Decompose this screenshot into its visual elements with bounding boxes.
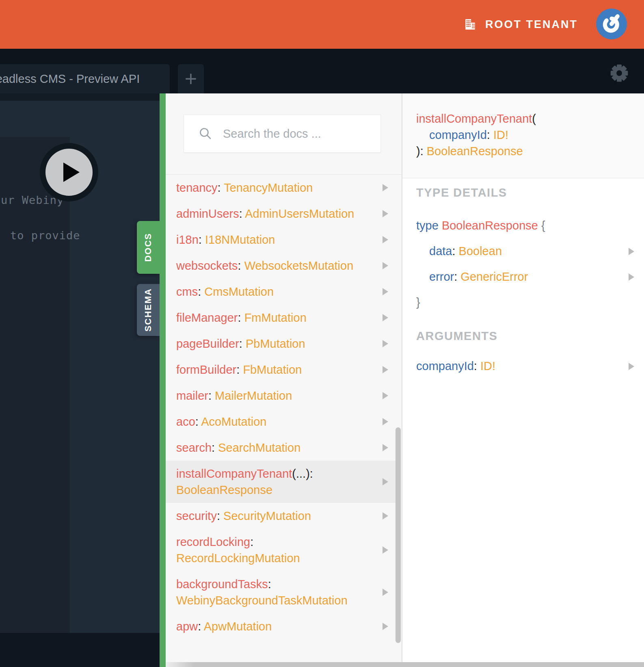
chevron-right-icon [383,444,388,451]
power-icon [596,9,627,41]
docs-field-row[interactable]: recordLocking: RecordLockingMutation [166,529,402,571]
variables-pane-strip [0,633,160,667]
code-line: to provide [10,229,80,242]
docs-field-row[interactable]: tenancy: TenancyMutation [166,175,402,201]
docs-field-row[interactable]: backgroundTasks: WebinyBackgroundTaskMut… [166,571,402,613]
chevron-right-icon [383,418,388,425]
docs-search-box[interactable] [184,115,381,153]
execute-play-button[interactable] [40,143,98,201]
docs-field-row[interactable]: pageBuilder: PbMutation [166,331,402,357]
docs-field-list: tenancy: TenancyMutationadminUsers: Admi… [166,175,402,639]
docs-field-row[interactable]: search: SearchMutation [166,435,402,461]
top-header: ROOT TENANT [0,0,644,49]
chevron-right-icon [383,589,388,596]
chevron-right-icon [383,340,388,347]
type-field-row[interactable]: data: Boolean [402,238,644,264]
webiny-logo-button[interactable] [596,9,627,39]
docs-field-row[interactable]: apw: ApwMutation [166,613,402,639]
docs-field-row[interactable]: mailer: MailerMutation [166,383,402,409]
chevron-right-icon [383,478,388,485]
editor-toolbar-strip [0,93,160,101]
argument-row[interactable]: companyId: ID! [402,353,644,379]
docs-field-row[interactable]: installCompanyTenant(...): BooleanRespon… [166,461,402,503]
settings-gear-icon[interactable] [609,63,629,83]
docs-field-row[interactable]: cms: CmsMutation [166,279,402,305]
main-content: ur Webiny to provide DOCS SCHEMA [0,93,644,667]
tab-active[interactable]: Headless CMS - Preview API [0,64,170,93]
chevron-right-icon [383,366,388,373]
docs-search-section [166,93,402,175]
docs-explorer-panel: tenancy: TenancyMutationadminUsers: Admi… [166,93,402,667]
docs-tab-label: DOCS [143,233,153,262]
schema-tab-label: SCHEMA [143,288,153,331]
schema-tab[interactable]: SCHEMA [137,284,160,336]
docs-field-row[interactable]: websockets: WebsocketsMutation [166,253,402,279]
chevron-right-icon [383,546,388,554]
chevron-right-icon [383,314,388,321]
docs-field-row[interactable]: formBuilder: FbMutation [166,357,402,383]
type-details-section: TYPE DETAILS type BooleanResponse { data… [402,184,644,315]
chevron-right-icon [383,288,388,295]
arguments-section: ARGUMENTS companyId: ID! [402,328,644,379]
signature-arg-line: companyId: ID! [416,127,644,143]
chevron-right-icon [383,392,388,399]
docs-field-row[interactable]: fileManager: FmMutation [166,305,402,331]
docs-tab[interactable]: DOCS [137,221,160,274]
field-detail-panel: installCompanyTenant( companyId: ID! ): … [402,93,644,667]
docs-field-row[interactable]: security: SecurityMutation [166,503,402,529]
chevron-right-icon [383,262,388,269]
signature-return-line: ): BooleanResponse [416,143,644,159]
type-definition: type BooleanResponse { data: Booleanerro… [402,213,644,315]
docs-field-row[interactable]: i18n: I18NMutation [166,227,402,253]
chevron-right-icon [383,210,388,217]
arguments-list: companyId: ID! [402,353,644,379]
docs-panel-edge [160,93,166,667]
plus-icon: + [185,68,197,89]
type-field-row[interactable]: error: GenericError [402,264,644,290]
query-code-pane[interactable] [0,137,70,633]
type-details-heading: TYPE DETAILS [402,184,644,201]
app-window: ROOT TENANT Headless CMS - Preview API + [0,0,644,667]
chevron-right-icon [383,512,388,520]
docs-field-row[interactable]: adminUsers: AdminUsersMutation [166,201,402,227]
building-icon [463,17,477,31]
tenant-label: ROOT TENANT [485,18,578,31]
play-icon [45,149,93,196]
chevron-right-icon [383,236,388,243]
search-icon [199,127,212,141]
type-fields: data: Booleanerror: GenericError [402,238,644,290]
horizontal-scrollbar[interactable] [166,662,644,667]
tab-bar: Headless CMS - Preview API + [0,49,644,93]
chevron-right-icon [629,363,634,370]
field-signature: installCompanyTenant( companyId: ID! ): … [402,93,644,178]
query-editor-region[interactable]: ur Webiny to provide [0,93,160,667]
docs-field-row[interactable]: aco: AcoMutation [166,409,402,435]
signature-line-1: installCompanyTenant( [416,110,644,127]
chevron-right-icon [629,248,634,255]
arguments-heading: ARGUMENTS [402,328,644,344]
docs-vertical-scrollbar[interactable] [395,427,401,643]
chevron-right-icon [383,184,388,191]
tab-title: Headless CMS - Preview API [0,72,140,86]
tenant-selector[interactable]: ROOT TENANT [463,0,578,49]
type-close-line: } [402,290,644,315]
new-tab-button[interactable]: + [178,64,204,93]
type-open-line: type BooleanResponse { [402,213,644,238]
chevron-right-icon [629,273,634,281]
docs-search-input[interactable] [223,127,372,141]
chevron-right-icon [383,623,388,630]
